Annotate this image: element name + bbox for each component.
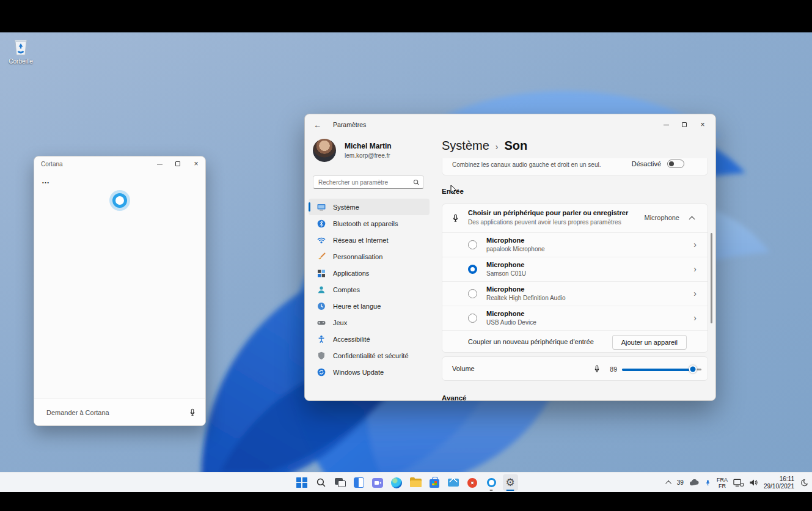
system-icon — [316, 202, 326, 212]
edge-button[interactable] — [389, 474, 404, 491]
maximize-button[interactable] — [675, 119, 693, 131]
file-explorer-icon — [410, 479, 422, 487]
sidebar-item-label: Applications — [333, 270, 369, 277]
mic-in-use-icon[interactable] — [704, 479, 711, 487]
chevron-right-icon: › — [693, 313, 697, 323]
tray-overflow-chevron-icon[interactable] — [665, 480, 671, 487]
minimize-button[interactable] — [150, 158, 169, 170]
onedrive-cloud-icon[interactable] — [689, 479, 699, 486]
language-indicator[interactable]: FRA FR — [717, 477, 728, 489]
add-device-button[interactable]: Ajouter un appareil — [612, 335, 687, 350]
device-name: Microphone — [486, 237, 524, 244]
apps-icon — [316, 268, 326, 278]
cortana-menu-button[interactable]: … — [42, 176, 50, 185]
store-button[interactable] — [427, 474, 442, 491]
search-input[interactable] — [318, 179, 413, 186]
device-chooser-row[interactable]: Choisir un périphérique pour parler ou e… — [442, 204, 708, 232]
sidebar-item-bluetooth[interactable]: Bluetooth et appareils — [309, 215, 430, 232]
audio-mono-toggle[interactable] — [667, 160, 684, 168]
volume-slider[interactable] — [622, 364, 701, 374]
account-card[interactable]: Michel Martin lem.korp@free.fr — [313, 139, 392, 162]
breadcrumb-parent[interactable]: Système — [442, 139, 489, 153]
scrollbar[interactable] — [711, 233, 712, 323]
clock-date: 29/10/2021 — [764, 483, 794, 490]
chat-button[interactable] — [370, 474, 386, 491]
device-row[interactable]: Microphone Samson C01U › — [442, 257, 708, 281]
clock[interactable]: 16:11 29/10/2021 — [764, 476, 794, 490]
cortana-input-bar[interactable]: Demander à Cortana — [34, 399, 205, 425]
maximize-icon — [682, 122, 687, 127]
volume-slider-thumb[interactable] — [689, 366, 697, 373]
start-button[interactable] — [294, 474, 310, 491]
widgets-button[interactable] — [351, 474, 367, 491]
pair-device-row: Coupler un nouveau périphérique d'entrée… — [442, 330, 708, 353]
close-icon: × — [194, 160, 198, 167]
running-indicator — [490, 490, 493, 491]
toggle-knob — [669, 161, 674, 166]
sidebar-item-label: Personnalisation — [333, 253, 382, 260]
audio-mono-desc: Combinez les canaux audio gauche et droi… — [452, 161, 601, 168]
settings-titlebar[interactable]: ← Paramètres × — [305, 114, 715, 135]
microphone-icon — [451, 213, 460, 224]
audio-mono-row: Audio mono Combinez les canaux audio gau… — [442, 158, 708, 175]
recycle-bin[interactable]: Corbeille — [5, 36, 37, 65]
sidebar-item-windows-update[interactable]: Windows Update — [309, 364, 430, 380]
sidebar-item-systeme[interactable]: Système — [309, 199, 430, 215]
taskbar: ⚙ 39 FRA FR — [0, 472, 812, 492]
desktop[interactable]: Corbeille Cortana × … Demander à Cortana — [0, 32, 812, 472]
chevron-right-icon: › — [693, 289, 697, 298]
personalization-icon — [316, 252, 326, 262]
network-icon[interactable] — [733, 479, 744, 487]
device-sub: papalook Microphone — [486, 246, 545, 252]
sidebar-item-jeux[interactable]: Jeux — [309, 314, 430, 331]
file-explorer-button[interactable] — [408, 474, 423, 491]
mail-icon — [448, 479, 459, 487]
sidebar-item-label: Bluetooth et appareils — [333, 220, 398, 227]
chooser-value: Microphone — [645, 214, 679, 221]
settings-title: Paramètres — [333, 121, 657, 128]
device-radio[interactable] — [468, 314, 477, 323]
close-button[interactable]: × — [187, 158, 205, 170]
sidebar-item-label: Windows Update — [333, 369, 384, 376]
sidebar-item-applications[interactable]: Applications — [309, 265, 430, 281]
tray-badge[interactable]: 39 — [677, 479, 684, 486]
volume-mic-icon — [593, 364, 601, 374]
office-button[interactable] — [465, 474, 480, 491]
speaker-icon[interactable] — [749, 479, 758, 487]
breadcrumb-separator: › — [496, 142, 499, 152]
sidebar-item-heure-langue[interactable]: Heure et langue — [309, 298, 430, 314]
sidebar-item-reseau[interactable]: Réseau et Internet — [309, 232, 430, 248]
maximize-button[interactable] — [169, 158, 187, 170]
sidebar-item-confidentialite[interactable]: Confidentialité et sécurité — [309, 347, 430, 364]
minimize-button[interactable] — [657, 119, 675, 131]
search-button[interactable] — [313, 474, 329, 491]
sidebar-item-personnalisation[interactable]: Personnalisation — [309, 248, 430, 265]
device-radio[interactable] — [468, 289, 477, 298]
advanced-section-heading: Avancé — [442, 394, 467, 401]
device-name: Microphone — [486, 261, 524, 268]
mouse-cursor — [450, 185, 458, 195]
mail-button[interactable] — [446, 474, 461, 491]
device-row[interactable]: Microphone USB Audio Device › — [442, 306, 708, 330]
minimize-icon — [157, 164, 163, 164]
cortana-body: … — [34, 171, 205, 399]
cortana-titlebar[interactable]: Cortana × — [34, 156, 205, 171]
settings-button[interactable]: ⚙ — [503, 474, 518, 491]
close-button[interactable]: × — [693, 119, 712, 131]
settings-window: ← Paramètres × Michel Martin lem.korp@fr… — [304, 114, 716, 401]
focus-assist-moon-icon[interactable] — [800, 479, 808, 487]
device-radio-selected[interactable] — [468, 265, 477, 274]
back-button[interactable]: ← — [313, 120, 326, 130]
office-icon — [467, 478, 477, 488]
device-row[interactable]: Microphone papalook Microphone › — [442, 232, 708, 257]
device-row[interactable]: Microphone Realtek High Definition Audio… — [442, 281, 708, 306]
device-radio[interactable] — [468, 240, 477, 249]
privacy-security-icon — [316, 351, 326, 361]
settings-search[interactable] — [313, 175, 424, 189]
windows-update-icon — [316, 367, 326, 377]
cortana-mic-button[interactable] — [188, 408, 197, 417]
sidebar-item-comptes[interactable]: Comptes — [309, 281, 430, 298]
sidebar-item-accessibilite[interactable]: Accessibilité — [309, 331, 430, 347]
task-view-button[interactable] — [332, 474, 348, 491]
cortana-button[interactable] — [484, 474, 499, 491]
